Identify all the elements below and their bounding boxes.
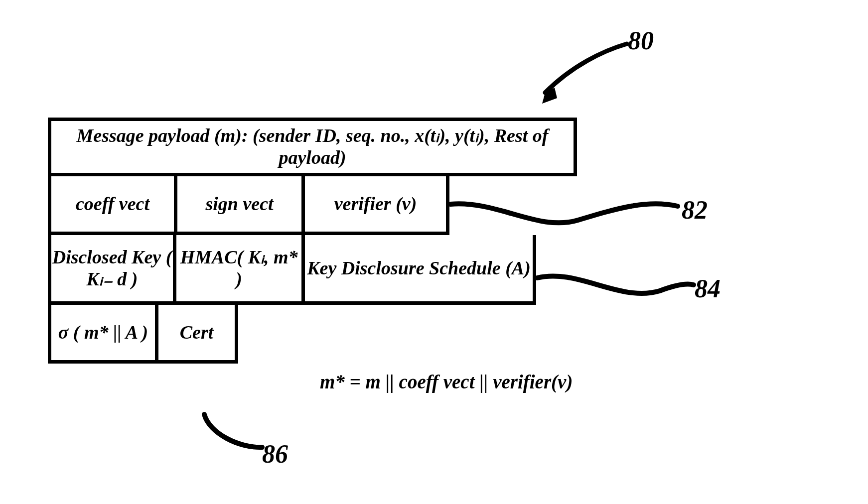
cell-message-payload: Message payload (m): (sender ID, seq. no… (48, 118, 577, 176)
cell-cert: Cert (158, 305, 238, 364)
row-verifier: coeff vect sign vect verifier (v) (48, 176, 577, 235)
cell-coeff-vect: coeff vect (48, 176, 177, 235)
row-sigma: σ ( m* || A ) Cert (48, 305, 577, 364)
message-format-diagram: Message payload (m): (sender ID, seq. no… (48, 118, 577, 364)
cell-verifier: verifier (v) (305, 176, 449, 235)
cell-sigma: σ ( m* || A ) (48, 305, 158, 364)
row-key: Disclosed Key ( Kᵢ₋ d ) HMAC( Kᵢ, m* ) K… (48, 235, 577, 305)
cell-disclosed-key: Disclosed Key ( Kᵢ₋ d ) (48, 235, 176, 305)
cell-key-schedule: Key Disclosure Schedule (A) (305, 235, 536, 305)
ref-label-80: 80 (628, 26, 654, 55)
ref-label-84: 84 (695, 274, 721, 303)
ref-label-82: 82 (682, 195, 708, 225)
svg-marker-0 (542, 88, 557, 104)
row-payload: Message payload (m): (sender ID, seq. no… (48, 118, 577, 176)
m-star-definition: m* = m || coeff vect || verifier(v) (320, 371, 573, 393)
ref-label-86: 86 (262, 439, 288, 469)
cell-sign-vect: sign vect (177, 176, 305, 235)
cell-hmac: HMAC( Kᵢ, m* ) (176, 235, 305, 305)
